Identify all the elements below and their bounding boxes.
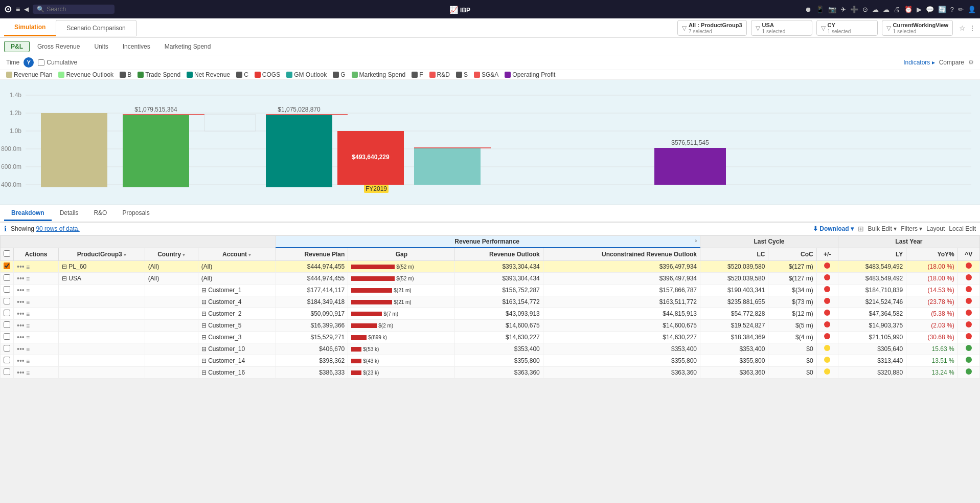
phone-icon[interactable]: 📱 bbox=[816, 6, 824, 13]
cumulative-checkbox-label[interactable]: Cumulative bbox=[38, 59, 77, 66]
camera-icon[interactable]: 📷 bbox=[828, 6, 836, 13]
gap-bar bbox=[351, 335, 367, 340]
star-icon[interactable]: ☆ bbox=[959, 24, 966, 32]
subtab-gross-revenue[interactable]: Gross Revenue bbox=[31, 41, 86, 52]
help-icon[interactable]: ? bbox=[950, 6, 954, 13]
row-dots-icon[interactable]: ••• bbox=[17, 310, 25, 318]
tab-breakdown[interactable]: Breakdown bbox=[4, 206, 52, 221]
col-account[interactable]: Account ▾ bbox=[198, 248, 276, 260]
layout-button[interactable]: Layout bbox=[926, 225, 945, 232]
row-lines-icon[interactable]: ≡ bbox=[26, 275, 30, 282]
row-lines-icon[interactable]: ≡ bbox=[26, 264, 30, 271]
row-lines-icon[interactable]: ≡ bbox=[26, 322, 30, 330]
subtab-pl[interactable]: P&L bbox=[4, 41, 30, 52]
tab-details[interactable]: Details bbox=[53, 206, 86, 221]
row-actions-cell: ••• ≡ bbox=[14, 308, 59, 319]
row-checkbox[interactable] bbox=[4, 321, 10, 328]
table-wrapper[interactable]: Revenue Performance › Last Cycle Last Ye… bbox=[0, 235, 980, 379]
user-icon[interactable]: 👤 bbox=[968, 6, 976, 13]
pg3-filter-icon[interactable]: ▾ bbox=[124, 252, 126, 257]
subtab-incentives[interactable]: Incentives bbox=[116, 41, 157, 52]
row-checkbox[interactable] bbox=[4, 298, 10, 304]
filter-cy[interactable]: ▽ CY 1 selected bbox=[816, 20, 878, 36]
row-yoy: (14.53 %) bbox=[906, 284, 958, 296]
row-dots-icon[interactable]: ••• bbox=[17, 368, 25, 377]
filter-section: ▽ All : ProductGroup3 7 selected ▽ USA 1… bbox=[677, 20, 976, 36]
row-pm bbox=[816, 284, 838, 296]
row-lines-icon[interactable]: ≡ bbox=[26, 369, 30, 377]
row-lines-icon[interactable]: ≡ bbox=[26, 299, 30, 306]
row-checkbox[interactable] bbox=[4, 357, 10, 363]
cloud-icon[interactable]: ☁ bbox=[872, 6, 879, 13]
row-country bbox=[145, 366, 198, 378]
row-dots-icon[interactable]: ••• bbox=[17, 357, 25, 365]
col-product-group3[interactable]: ProductGroup3 ▾ bbox=[59, 248, 145, 260]
filter-working-view[interactable]: ▽ CurrentWorkingView 1 selected bbox=[882, 20, 953, 36]
row-lines-icon[interactable]: ≡ bbox=[26, 358, 30, 365]
row-checkbox[interactable] bbox=[4, 274, 10, 281]
cloud2-icon[interactable]: ☁ bbox=[883, 6, 890, 13]
more-icon[interactable]: ⋮ bbox=[969, 24, 976, 32]
row-account: ⊟ Customer_5 bbox=[198, 319, 276, 331]
cumulative-checkbox[interactable] bbox=[38, 59, 44, 66]
play-icon[interactable]: ▶ bbox=[917, 6, 922, 13]
indicators-button[interactable]: Indicators ▸ bbox=[903, 59, 935, 66]
search-box[interactable]: 🔍 bbox=[33, 5, 115, 14]
circle-icon[interactable]: ⊙ bbox=[862, 6, 868, 13]
filter-product-group[interactable]: ▽ All : ProductGroup3 7 selected bbox=[677, 20, 747, 36]
row-lines-icon[interactable]: ≡ bbox=[26, 334, 30, 341]
bulk-edit-button[interactable]: Bulk Edit ▾ bbox=[868, 225, 897, 232]
row-checkbox[interactable] bbox=[4, 286, 10, 293]
rows-count-link[interactable]: 90 rows of data. bbox=[36, 225, 79, 232]
chat-icon[interactable]: 💬 bbox=[926, 6, 934, 13]
country-filter-icon[interactable]: ▾ bbox=[183, 252, 185, 257]
time-y-button[interactable]: Y bbox=[24, 57, 34, 68]
add-icon[interactable]: ➕ bbox=[850, 6, 858, 13]
row-dots-icon[interactable]: ••• bbox=[17, 274, 25, 282]
compare-button[interactable]: Compare bbox=[939, 59, 964, 66]
row-lines-icon[interactable]: ≡ bbox=[26, 311, 30, 318]
row-checkbox[interactable] bbox=[4, 368, 10, 375]
row-checkbox[interactable] bbox=[4, 263, 10, 269]
row-actions-cell: ••• ≡ bbox=[14, 296, 59, 308]
row-unconstrained: $396,497,934 bbox=[543, 272, 700, 284]
send-icon[interactable]: ✈ bbox=[840, 6, 846, 13]
local-edit-button[interactable]: Local Edit bbox=[949, 225, 976, 232]
back-icon[interactable]: ◀ bbox=[24, 6, 29, 13]
menu-icon[interactable]: ≡ bbox=[16, 5, 20, 13]
clock-icon[interactable]: ⏰ bbox=[904, 6, 913, 13]
row-dots-icon[interactable]: ••• bbox=[17, 345, 25, 353]
download-button[interactable]: ⬇ Download ▾ bbox=[813, 225, 853, 232]
select-all-header[interactable] bbox=[1, 248, 14, 260]
filter-funnel-icon: ▽ bbox=[682, 25, 687, 32]
col-country[interactable]: Country ▾ bbox=[145, 248, 198, 260]
row-checkbox[interactable] bbox=[4, 333, 10, 340]
refresh-icon[interactable]: 🔄 bbox=[938, 6, 946, 13]
row-checkbox[interactable] bbox=[4, 310, 10, 316]
select-all-checkbox[interactable] bbox=[4, 250, 10, 257]
print-icon[interactable]: 🖨 bbox=[894, 6, 900, 13]
tab-proposals[interactable]: Proposals bbox=[115, 206, 156, 221]
row-dots-icon[interactable]: ••• bbox=[17, 333, 25, 341]
row-dots-icon[interactable]: ••• bbox=[17, 298, 25, 306]
tab-simulation[interactable]: Simulation bbox=[4, 19, 56, 36]
revenue-performance-expand-icon[interactable]: › bbox=[695, 238, 697, 244]
row-lines-icon[interactable]: ≡ bbox=[26, 346, 30, 353]
row-checkbox[interactable] bbox=[4, 345, 10, 352]
account-filter-icon[interactable]: ▾ bbox=[248, 252, 251, 257]
excel-icon[interactable]: ⊞ bbox=[858, 225, 864, 233]
tab-ro[interactable]: R&O bbox=[86, 206, 114, 221]
row-lines-icon[interactable]: ≡ bbox=[26, 287, 30, 294]
search-input[interactable] bbox=[47, 6, 103, 13]
row-dots-icon[interactable]: ••• bbox=[17, 286, 25, 294]
subtab-units[interactable]: Units bbox=[87, 41, 115, 52]
settings-gear-icon[interactable]: ⚙ bbox=[968, 59, 974, 66]
tab-scenario-comparison[interactable]: Scenario Comparison bbox=[56, 20, 136, 36]
row-dots-icon[interactable]: ••• bbox=[17, 321, 25, 330]
filters-button[interactable]: Filters ▾ bbox=[901, 225, 922, 232]
row-dots-icon[interactable]: ••• bbox=[17, 263, 25, 271]
record-icon[interactable]: ⏺ bbox=[805, 6, 812, 13]
edit-icon[interactable]: ✏ bbox=[958, 6, 964, 13]
subtab-marketing-spend[interactable]: Marketing Spend bbox=[158, 41, 218, 52]
filter-usa[interactable]: ▽ USA 1 selected bbox=[751, 20, 812, 36]
